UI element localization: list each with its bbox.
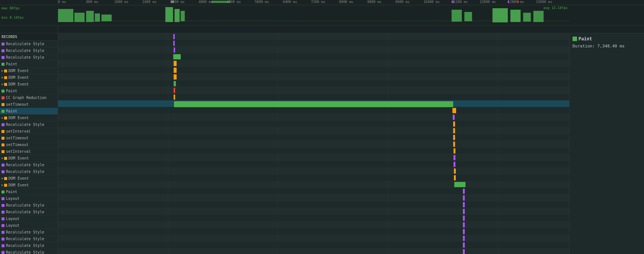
svg-rect-4 <box>101 15 112 21</box>
record-label-text: Recalculate Style <box>6 203 44 207</box>
expand-arrow[interactable]: ▶ <box>1 76 3 79</box>
timeline-row-22 <box>58 181 569 188</box>
color-indicator <box>1 96 4 99</box>
color-indicator <box>1 103 4 106</box>
fps-labels: max 60fps min 0.14fps <box>0 6 58 19</box>
color-indicator <box>1 63 4 66</box>
expand-arrow[interactable]: ▶ <box>1 183 3 187</box>
color-indicator <box>1 204 4 207</box>
event-block <box>463 236 465 241</box>
timeline-row-6 <box>58 74 569 80</box>
label-row-20: ▶DOM Event <box>0 175 58 182</box>
svg-rect-12 <box>523 13 531 22</box>
event-block <box>174 61 177 66</box>
timeline-row-29 <box>58 228 569 235</box>
record-label-text: setTimeout <box>6 102 28 106</box>
timeline-row-3 <box>58 53 569 60</box>
event-block <box>463 195 465 201</box>
record-label-text: Recalculate Style <box>6 55 44 59</box>
event-block <box>454 182 466 187</box>
label-row-31: Recalculate Style <box>0 249 58 254</box>
label-row-12: Recalculate Style <box>0 121 58 128</box>
color-indicator <box>4 184 7 187</box>
color-indicator <box>1 90 4 93</box>
timeline-row-20 <box>58 168 569 174</box>
svg-rect-13 <box>533 11 543 22</box>
label-row-9: setTimeout <box>0 101 58 108</box>
timeline-row-28 <box>58 222 569 228</box>
expand-arrow[interactable]: ▶ <box>1 177 3 180</box>
label-row-2: Recalculate Style <box>0 54 58 61</box>
timeline-row-11 <box>58 107 569 114</box>
svg-rect-1 <box>74 13 85 22</box>
record-label-text: Recalculate Style <box>6 42 44 46</box>
event-block <box>173 34 175 39</box>
record-label-text: Recalculate Style <box>6 49 44 53</box>
timeline-row-7 <box>58 80 569 87</box>
label-row-29: Recalculate Style <box>0 236 58 242</box>
record-label-text: DOM Event <box>9 69 29 73</box>
event-block <box>463 249 465 254</box>
svg-rect-3 <box>95 13 100 22</box>
record-label-text: Paint <box>6 190 17 194</box>
event-block <box>453 128 455 133</box>
timeline-row-12 <box>58 114 569 121</box>
label-row-28: Recalculate Style <box>0 229 58 236</box>
event-block <box>174 47 175 53</box>
expand-arrow[interactable]: ▶ <box>1 157 3 160</box>
event-block <box>463 216 465 221</box>
record-label-text: DOM Event <box>9 82 29 86</box>
record-label-text: Layout <box>6 223 19 227</box>
label-row-25: Recalculate Style <box>0 209 58 216</box>
record-label-text: setInterval <box>6 149 31 154</box>
color-indicator <box>1 238 4 241</box>
color-indicator <box>1 56 4 59</box>
expand-arrow[interactable]: ▶ <box>1 83 3 86</box>
timeline-row-16 <box>58 141 569 148</box>
records-header: RECORDS <box>0 33 58 41</box>
timeline-row-10 <box>58 100 569 107</box>
timeline-row-5 <box>58 67 569 74</box>
event-block <box>453 142 455 147</box>
color-indicator <box>1 217 4 220</box>
color-indicator <box>1 251 4 254</box>
record-label-text: setTimeout <box>6 143 28 147</box>
svg-rect-0 <box>58 9 73 22</box>
timeline-row-1 <box>58 40 569 47</box>
timeline-row-8 <box>58 87 569 94</box>
record-label-text: Recalculate Style <box>6 123 44 127</box>
timeline-row-24 <box>58 195 569 201</box>
label-row-6: ▶DOM Event <box>0 81 58 88</box>
timeline-row-4 <box>58 60 569 67</box>
label-row-26: Layout <box>0 216 58 222</box>
color-indicator <box>1 224 4 227</box>
event-block <box>463 229 465 234</box>
event-block <box>463 222 465 227</box>
record-label-text: DOM Event <box>9 75 29 80</box>
color-indicator <box>1 143 4 146</box>
fps-overview: max 60fps min 0.14fps <box>0 5 644 26</box>
record-label-text: Paint <box>6 109 17 113</box>
info-legend: Paint <box>573 36 641 41</box>
record-label-text: Layout <box>6 196 19 201</box>
color-indicator <box>4 83 7 86</box>
label-row-7: Paint <box>0 88 58 95</box>
paint-color-swatch <box>573 37 577 41</box>
color-indicator <box>4 177 7 180</box>
record-label-text: Recalculate Style <box>6 250 44 254</box>
record-label-text: CC Graph Reduction <box>6 96 46 100</box>
timeline-row-9 <box>58 94 569 100</box>
label-row-27: Layout <box>0 222 58 229</box>
record-label-text: Recalculate Style <box>6 230 44 234</box>
expand-arrow[interactable]: ▶ <box>1 69 3 72</box>
timeline-panel[interactable] <box>58 33 569 254</box>
expand-arrow[interactable]: ▶ <box>1 116 3 120</box>
timeline-row-27 <box>58 215 569 222</box>
label-row-17: ▶DOM Event <box>0 155 58 162</box>
color-indicator <box>1 110 4 113</box>
color-indicator <box>1 123 4 126</box>
label-row-22: Paint <box>0 189 58 195</box>
color-indicator <box>1 244 4 247</box>
label-row-24: Recalculate Style <box>0 202 58 209</box>
timeline-row-30 <box>58 235 569 242</box>
